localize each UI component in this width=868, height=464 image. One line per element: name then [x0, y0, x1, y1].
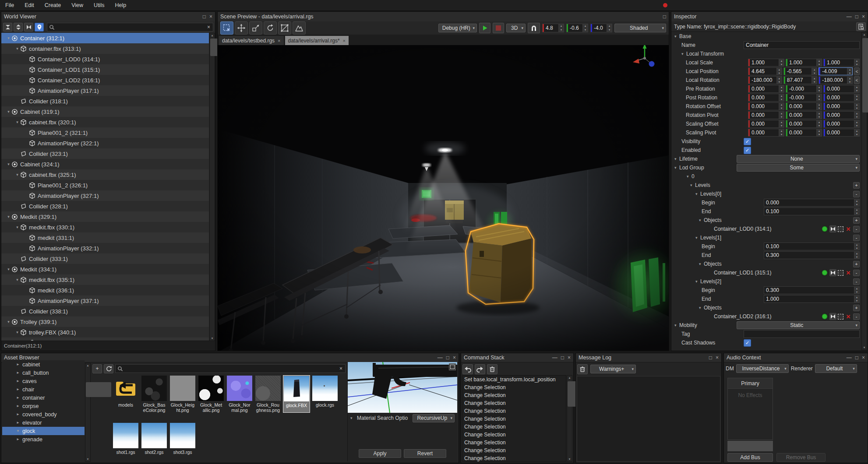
world-viewer-search[interactable]: ×	[47, 23, 213, 32]
folder-item-chair[interactable]: ►chair	[2, 385, 85, 394]
asset-item[interactable]: Glock_Roughness.png	[254, 375, 282, 413]
vector-x-field[interactable]: 0.000▴▾	[748, 102, 784, 110]
chevron-right-icon[interactable]: ►	[16, 387, 22, 391]
spinner[interactable]: ▴▾	[847, 68, 852, 75]
tree-item[interactable]: ▾medkit.fbx (330:1)	[1, 222, 209, 232]
minimize-icon[interactable]: —	[847, 355, 852, 360]
chevron-down-icon[interactable]: ▾	[695, 279, 700, 284]
expander-icon[interactable]: ▾	[6, 109, 11, 114]
tree-item[interactable]: ▾Medkit (329:1)	[1, 211, 209, 222]
chevron-down-icon[interactable]: ▾	[699, 218, 704, 222]
command-item[interactable]: Change Selection	[462, 407, 566, 415]
vector-z-field[interactable]: 0.000▴▾	[823, 129, 860, 137]
tag-field[interactable]	[744, 330, 860, 338]
command-item[interactable]: Change Selection	[462, 454, 566, 462]
primary-bus-slider[interactable]	[727, 441, 773, 451]
spinner[interactable]: ▴▾	[779, 129, 784, 136]
distance-model-dropdown[interactable]: InverseDistance▾	[736, 364, 789, 373]
visible-state-icon[interactable]	[821, 225, 828, 232]
close-icon[interactable]: ×	[568, 355, 571, 360]
apply-button[interactable]: Apply	[359, 449, 401, 458]
select-object-button[interactable]	[838, 314, 843, 320]
scene-tab[interactable]: data/levels/testbed.rgs×	[219, 36, 284, 45]
expander-icon[interactable]: ▾	[14, 225, 20, 229]
command-list-scrollbar[interactable]: ▴▾	[567, 375, 572, 462]
command-item[interactable]: Change Selection	[462, 431, 566, 439]
chevron-down-icon[interactable]: ▾	[681, 52, 686, 56]
chevron-down-icon[interactable]: ▾	[674, 34, 679, 39]
hide-object-button[interactable]	[829, 313, 836, 320]
spinner[interactable]: ▴▾	[776, 77, 782, 84]
spinner[interactable]: ▴▾	[816, 59, 822, 66]
snap-x-field[interactable]: 4.8▴▾	[542, 24, 564, 32]
tree-item[interactable]: ▾Cabinet (319:1)	[1, 106, 209, 117]
tree-item[interactable]: ▾medkit.fbx (335:1)	[1, 274, 209, 285]
level-end-field[interactable]: 1.000▴▾	[764, 295, 860, 303]
view-mode-dropdown[interactable]: 3D▾	[506, 24, 526, 32]
minimize-icon[interactable]: —	[552, 355, 557, 360]
maximize-icon[interactable]: □	[855, 14, 858, 19]
clear-search-icon[interactable]: ×	[206, 24, 211, 30]
tree-item[interactable]: ▾trolley.FBX (340:1)	[1, 327, 209, 337]
play-button[interactable]	[479, 23, 490, 33]
maximize-icon[interactable]: □	[561, 355, 564, 360]
chevron-down-icon[interactable]: ▾	[687, 174, 692, 179]
add-object-button[interactable]: +	[853, 305, 860, 311]
rotate-tool-button[interactable]	[264, 21, 277, 35]
tree-item[interactable]: ▾Trolley (339:1)	[1, 316, 209, 327]
expander-icon[interactable]: ▾	[14, 278, 20, 282]
expander-icon[interactable]: ▾	[6, 36, 11, 40]
chevron-right-icon[interactable]: ►	[16, 421, 22, 425]
folder-item-corpse[interactable]: ►corpse	[2, 402, 85, 410]
spinner[interactable]: ▴▾	[854, 120, 859, 127]
spinner[interactable]: ▴▾	[816, 129, 822, 136]
level-end-field[interactable]: 0.300▴▾	[764, 251, 860, 259]
folder-item-cabinet[interactable]: ►cabinet	[2, 360, 85, 369]
refresh-button[interactable]	[104, 364, 113, 373]
vector-x-field[interactable]: 1.000▴▾	[748, 59, 784, 67]
add-object-button[interactable]: +	[853, 261, 860, 267]
expander-icon[interactable]: ▾	[6, 320, 11, 324]
asset-item[interactable]: glock.rgs	[311, 375, 339, 413]
tree-item[interactable]: Plane001_2 (321:1)	[1, 127, 209, 138]
expander-icon[interactable]: ▾	[14, 120, 20, 124]
collapse-selection-button[interactable]	[24, 23, 33, 32]
expander-icon[interactable]: ▾	[14, 172, 20, 177]
spinner[interactable]: ▴▾	[779, 120, 784, 127]
locate-selection-button[interactable]	[35, 23, 44, 32]
tree-item[interactable]: ▾cabinet.fbx (320:1)	[1, 117, 209, 127]
minimize-icon[interactable]: —	[438, 355, 443, 360]
add-asset-button[interactable]: +	[92, 364, 102, 373]
tree-item[interactable]: Collider (333:1)	[1, 253, 209, 264]
visible-state-icon[interactable]	[821, 269, 828, 276]
asset-search-input[interactable]	[124, 365, 339, 372]
level-end-field[interactable]: 0.100▴▾	[764, 207, 860, 215]
chevron-down-icon[interactable]: ▾	[695, 236, 700, 240]
vector-z-field[interactable]: 0.000▴▾	[823, 85, 860, 93]
log-filter-dropdown[interactable]: Warnings+▾	[590, 365, 636, 373]
spinner[interactable]: ▴▾	[854, 287, 859, 294]
shading-mode-dropdown[interactable]: Shaded▾	[614, 24, 666, 32]
chevron-right-icon[interactable]: ►	[16, 362, 22, 366]
spinner[interactable]: ▴▾	[854, 295, 859, 302]
asset-search[interactable]: ×	[115, 364, 346, 373]
spinner[interactable]: ▴▾	[847, 77, 852, 84]
material-search-dropdown[interactable]: RecursiveUp▾	[413, 414, 455, 422]
tree-item[interactable]: AnimationPlayer (322:1)	[1, 138, 209, 148]
tree-item[interactable]: Collider (338:1)	[1, 306, 209, 316]
primary-bus-tab[interactable]: Primary	[727, 378, 773, 388]
visibility-checkbox[interactable]: ✓	[744, 138, 751, 145]
spinner[interactable]: ▴▾	[816, 103, 822, 110]
tree-item[interactable]: ▾Medkit (334:1)	[1, 264, 209, 274]
spinner[interactable]: ▴▾	[776, 68, 782, 75]
chevron-right-icon[interactable]: ►	[16, 412, 22, 416]
vector-x-field[interactable]: 0.000▴▾	[748, 85, 784, 93]
collapse-all-button[interactable]	[3, 23, 12, 32]
select-tool-button[interactable]	[220, 21, 233, 35]
spinner[interactable]: ▴▾	[854, 85, 859, 92]
clear-log-button[interactable]	[577, 364, 588, 374]
asset-item[interactable]: Glock_Height.png	[169, 375, 196, 413]
menu-create[interactable]: Create	[39, 0, 67, 11]
delete-object-icon[interactable]: ✕	[845, 225, 852, 232]
expand-all-button[interactable]	[14, 23, 23, 32]
